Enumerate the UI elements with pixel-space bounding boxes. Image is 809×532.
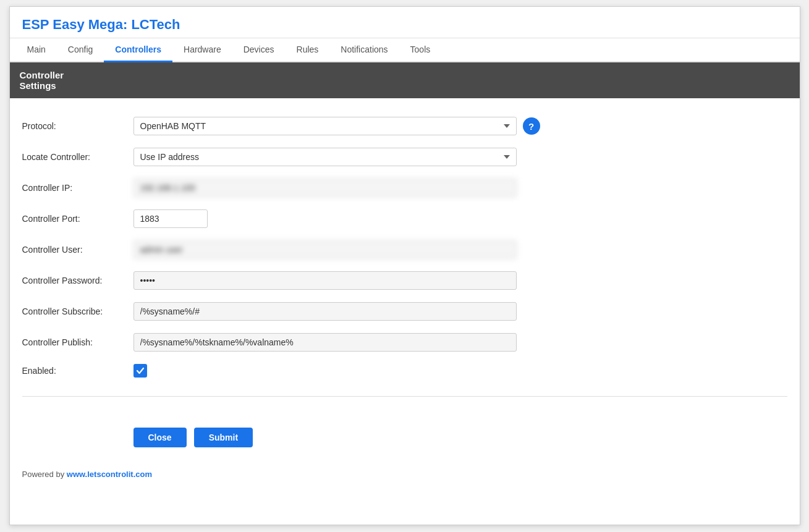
tab-controllers[interactable]: Controllers: [104, 38, 172, 62]
ip-input[interactable]: [133, 179, 517, 197]
publish-input[interactable]: [133, 333, 517, 352]
password-label: Controller Password:: [22, 276, 133, 285]
controller-port-row: Controller Port:: [22, 203, 787, 234]
section-header-text: ControllerSettings: [20, 70, 64, 91]
locate-select[interactable]: Use IP address Use hostname: [133, 148, 517, 166]
app-title: ESP Easy Mega: LCTech: [22, 17, 787, 33]
enabled-checkbox[interactable]: [133, 364, 147, 378]
user-input[interactable]: [133, 240, 517, 259]
subscribe-label: Controller Subscribe:: [22, 306, 133, 316]
tab-main[interactable]: Main: [16, 38, 57, 62]
tab-rules[interactable]: Rules: [286, 38, 330, 62]
enabled-label: Enabled:: [22, 366, 133, 376]
checkmark-icon: [136, 366, 145, 375]
tab-devices[interactable]: Devices: [232, 38, 286, 62]
protocol-help-button[interactable]: ?: [523, 117, 540, 135]
locate-controller-row: Locate Controller: Use IP address Use ho…: [22, 141, 787, 172]
protocol-select[interactable]: OpenHAB MQTT Domoticz HTTP Domoticz MQTT…: [133, 117, 517, 135]
button-row: Close Submit: [10, 421, 800, 460]
powered-by-text: Powered by: [22, 470, 67, 479]
footer-link[interactable]: www.letscontrolit.com: [67, 470, 152, 479]
enabled-checkbox-wrapper: [133, 364, 147, 378]
locate-label: Locate Controller:: [22, 152, 133, 162]
tab-notifications[interactable]: Notifications: [329, 38, 399, 62]
footer: Powered by www.letscontrolit.com: [10, 460, 800, 489]
port-input[interactable]: [133, 209, 208, 228]
protocol-row: Protocol: OpenHAB MQTT Domoticz HTTP Dom…: [22, 111, 787, 141]
controller-ip-row: Controller IP:: [22, 172, 787, 203]
protocol-label: Protocol:: [22, 121, 133, 131]
tab-tools[interactable]: Tools: [399, 38, 442, 62]
publish-label: Controller Publish:: [22, 337, 133, 347]
subscribe-input[interactable]: [133, 302, 517, 321]
tab-config[interactable]: Config: [57, 38, 104, 62]
enabled-row: Enabled:: [22, 358, 787, 384]
controller-publish-row: Controller Publish:: [22, 327, 787, 358]
section-header: ControllerSettings: [10, 62, 800, 98]
controller-password-row: Controller Password:: [22, 265, 787, 296]
ip-label: Controller IP:: [22, 183, 133, 193]
title-bar: ESP Easy Mega: LCTech: [10, 7, 800, 38]
nav-tabs: Main Config Controllers Hardware Devices…: [10, 38, 800, 62]
main-window: ESP Easy Mega: LCTech Main Config Contro…: [9, 6, 800, 525]
user-label: Controller User:: [22, 245, 133, 255]
close-button[interactable]: Close: [133, 428, 187, 447]
controller-subscribe-row: Controller Subscribe:: [22, 296, 787, 327]
form-area: Protocol: OpenHAB MQTT Domoticz HTTP Dom…: [10, 98, 800, 421]
submit-button[interactable]: Submit: [194, 428, 253, 447]
form-divider: [22, 396, 787, 397]
port-label: Controller Port:: [22, 214, 133, 224]
password-input[interactable]: [133, 271, 517, 290]
controller-user-row: Controller User:: [22, 234, 787, 265]
tab-hardware[interactable]: Hardware: [172, 38, 232, 62]
